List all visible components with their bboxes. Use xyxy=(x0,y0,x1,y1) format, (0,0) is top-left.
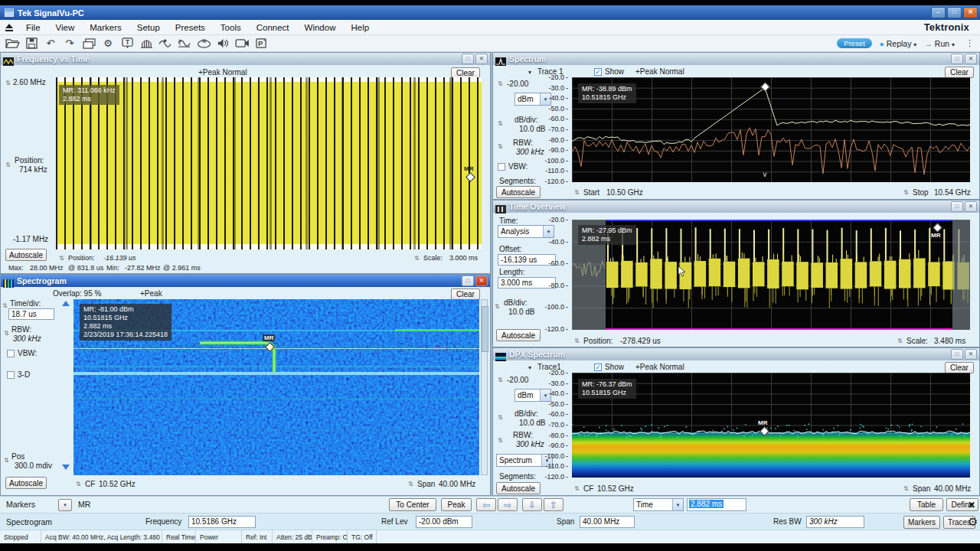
arrange-windows-icon[interactable] xyxy=(80,36,98,51)
fvt-restore-icon[interactable]: □ xyxy=(462,54,474,64)
marker-position-input[interactable]: 2.882 ms xyxy=(687,498,746,511)
menu-item-8[interactable]: Help xyxy=(343,23,377,32)
adjust-icon[interactable]: ⇅ xyxy=(903,189,909,196)
fvt-xpos-value[interactable]: -16.139 us xyxy=(103,254,136,262)
adjust-icon[interactable]: ⇅ xyxy=(4,457,9,464)
adjust-icon[interactable]: ⇅ xyxy=(408,481,413,487)
pulse-comb-icon[interactable] xyxy=(137,36,155,51)
menu-item-7[interactable]: Window xyxy=(297,23,344,32)
analysis-wave-icon[interactable] xyxy=(175,36,194,51)
markers-panel-button[interactable]: Markers xyxy=(903,516,940,529)
adjust-icon[interactable]: ⇅ xyxy=(495,303,500,310)
adjust-icon[interactable]: ⇅ xyxy=(5,161,11,168)
adjust-icon[interactable]: ⇅ xyxy=(4,330,9,337)
spectrum-start-value[interactable]: 10.50 GHz xyxy=(606,188,643,197)
dpx-autoscale-button[interactable]: Autoscale xyxy=(496,482,541,494)
run-button[interactable]: → Run ▾ xyxy=(924,39,955,48)
settings-gear-icon[interactable]: ⚙ xyxy=(99,36,117,51)
tov-restore-icon[interactable]: □ xyxy=(951,201,963,212)
tov-close-icon[interactable]: ✕ xyxy=(965,201,977,212)
adjust-icon[interactable]: ⇅ xyxy=(498,414,503,421)
dpx-span-value[interactable]: 40.00 MHz xyxy=(934,484,971,493)
tov-analysis-time-bar[interactable] xyxy=(606,220,952,221)
adjust-icon[interactable]: ⇅ xyxy=(903,485,909,492)
adjust-icon[interactable]: ⇅ xyxy=(498,377,503,383)
spectrum-clear-button[interactable]: Clear xyxy=(945,67,974,78)
sgram-scrollbar[interactable] xyxy=(481,299,488,475)
title-bar[interactable]: Tek SignalVu-PC – □ ✕ xyxy=(0,5,980,20)
adjust-icon[interactable]: ⇅ xyxy=(5,80,11,86)
spectrum-show-checkbox[interactable]: ✓ xyxy=(594,68,602,76)
dpx-close-icon[interactable]: ✕ xyxy=(965,349,977,360)
sgram-timediv-input[interactable]: 18.7 us xyxy=(8,308,54,320)
sgram-3d-checkbox[interactable] xyxy=(7,371,15,379)
spectrogram-title-bar[interactable]: Spectrogram □✕ xyxy=(1,275,490,287)
adjust-icon[interactable]: ⇅ xyxy=(59,255,64,262)
tov-scale-value[interactable]: 3.480 ms xyxy=(934,337,965,345)
fvt-autoscale-button[interactable]: Autoscale xyxy=(5,249,47,261)
peak-left-button[interactable]: ⇦ xyxy=(476,498,496,511)
save-icon[interactable] xyxy=(22,36,41,51)
menu-item-6[interactable]: Connect xyxy=(249,23,297,32)
adjust-icon[interactable]: ⇅ xyxy=(498,143,503,150)
peak-lower-button[interactable]: ⇩ xyxy=(522,498,542,511)
trace-expander-icon[interactable]: ▾ xyxy=(528,69,531,76)
preset-button[interactable]: Preset xyxy=(837,38,871,48)
sgram-rbw-value[interactable]: 300 kHz xyxy=(13,334,41,343)
settings-gear-icon[interactable]: ⚙ xyxy=(968,515,978,529)
dpx-cf-value[interactable]: 10.52 GHz xyxy=(597,484,634,493)
dpx-title-bar[interactable]: DPX Spectrum □✕ xyxy=(493,348,979,360)
fvt-close-icon[interactable]: ✕ xyxy=(475,54,488,64)
fvt-marker-diamond[interactable] xyxy=(466,172,475,182)
camera-icon[interactable] xyxy=(233,36,251,51)
markers-close-icon[interactable]: ✕ xyxy=(968,500,975,510)
sgram-overlap-label[interactable]: Overlap: 95 % xyxy=(53,289,101,298)
to-center-button[interactable]: To Center xyxy=(389,498,436,511)
open-icon[interactable] xyxy=(3,36,21,51)
adjust-icon[interactable]: ⇅ xyxy=(2,302,8,309)
dpx-reflevel-value[interactable]: -20.00 xyxy=(507,376,528,384)
menu-item-3[interactable]: Setup xyxy=(129,23,168,32)
spectrum-stop-value[interactable]: 10.54 GHz xyxy=(934,188,971,197)
eject-icon[interactable] xyxy=(0,20,18,35)
sgram-cf-value[interactable]: 10.52 GHz xyxy=(99,480,136,488)
text-tag-icon[interactable]: T xyxy=(118,36,136,51)
spectrum-reflevel-value[interactable]: -20.00 xyxy=(507,80,528,88)
peak-button[interactable]: Peak xyxy=(441,498,472,511)
menu-item-1[interactable]: View xyxy=(48,23,83,32)
spectrum-title-bar[interactable]: Spectrum □✕ xyxy=(493,53,979,65)
marker-domain-combo[interactable]: Time▾ xyxy=(633,498,684,511)
adjust-icon[interactable]: ⇅ xyxy=(498,120,503,127)
spectrogram-close-icon[interactable]: ✕ xyxy=(475,276,488,286)
fvt-title-bar[interactable]: Frequency vs Time □✕ xyxy=(1,53,490,65)
sgram-span-value[interactable]: 40.00 MHz xyxy=(439,480,475,488)
menu-item-2[interactable]: Markers xyxy=(82,23,129,32)
menu-item-4[interactable]: Presets xyxy=(168,23,213,32)
menu-item-5[interactable]: Tools xyxy=(213,23,249,32)
fvt-scale-value[interactable]: 3.000 ms xyxy=(449,254,478,262)
audio-speaker-icon[interactable] xyxy=(214,36,232,51)
span-input[interactable]: 40.00 MHz xyxy=(580,516,635,528)
redo-icon[interactable]: ↷ xyxy=(60,36,79,51)
restore-icon[interactable]: □ xyxy=(947,7,962,18)
adjust-icon[interactable]: ⇅ xyxy=(897,337,903,344)
markers-dropdown-icon[interactable]: ▾ xyxy=(58,499,72,511)
noise-source-icon[interactable]: N xyxy=(194,36,213,51)
overflow-menu-icon[interactable]: ⋮ xyxy=(965,38,974,48)
spectrogram-restore-icon[interactable]: □ xyxy=(462,276,474,286)
tov-autoscale-button[interactable]: Autoscale xyxy=(496,329,541,341)
dpx-restore-icon[interactable]: □ xyxy=(951,349,963,360)
adjust-icon[interactable]: ⇅ xyxy=(498,80,503,87)
adjust-icon[interactable]: ⇅ xyxy=(76,481,81,487)
sgram-autoscale-button[interactable]: Autoscale xyxy=(5,477,47,489)
frequency-input[interactable]: 10.5186 GHz xyxy=(188,516,256,528)
sgram-vbw-checkbox[interactable] xyxy=(7,350,15,357)
scroll-up-icon[interactable] xyxy=(62,301,70,306)
preset-star-icon[interactable]: P* xyxy=(252,36,270,51)
tov-position-value[interactable]: -278.429 us xyxy=(620,337,661,345)
trace-expander-icon[interactable]: ▾ xyxy=(528,364,531,371)
adjust-icon[interactable]: ⇅ xyxy=(574,485,580,492)
spectrum-close-icon[interactable]: ✕ xyxy=(965,54,977,64)
sgram-pos-value[interactable]: 300.0 mdiv xyxy=(15,461,52,470)
close-icon[interactable]: ✕ xyxy=(963,7,978,18)
